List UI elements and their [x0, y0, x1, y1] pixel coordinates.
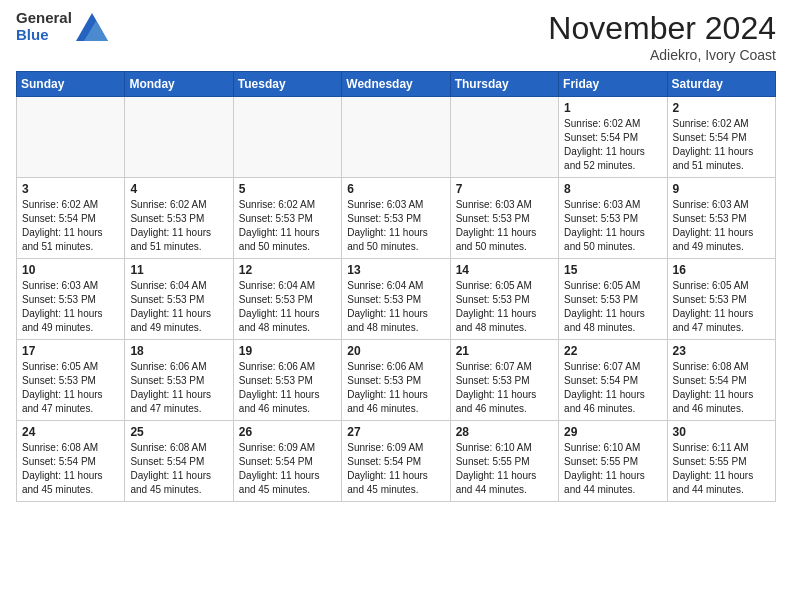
month-title: November 2024	[548, 10, 776, 47]
day-number: 17	[22, 344, 119, 358]
calendar-cell	[342, 97, 450, 178]
calendar-cell: 12Sunrise: 6:04 AM Sunset: 5:53 PM Dayli…	[233, 259, 341, 340]
day-info: Sunrise: 6:02 AM Sunset: 5:53 PM Dayligh…	[239, 198, 336, 254]
calendar-cell: 15Sunrise: 6:05 AM Sunset: 5:53 PM Dayli…	[559, 259, 667, 340]
day-info: Sunrise: 6:07 AM Sunset: 5:53 PM Dayligh…	[456, 360, 553, 416]
day-info: Sunrise: 6:03 AM Sunset: 5:53 PM Dayligh…	[347, 198, 444, 254]
day-number: 28	[456, 425, 553, 439]
day-number: 19	[239, 344, 336, 358]
calendar-cell: 30Sunrise: 6:11 AM Sunset: 5:55 PM Dayli…	[667, 421, 775, 502]
day-number: 18	[130, 344, 227, 358]
calendar-cell: 20Sunrise: 6:06 AM Sunset: 5:53 PM Dayli…	[342, 340, 450, 421]
calendar-cell: 16Sunrise: 6:05 AM Sunset: 5:53 PM Dayli…	[667, 259, 775, 340]
day-number: 4	[130, 182, 227, 196]
day-info: Sunrise: 6:03 AM Sunset: 5:53 PM Dayligh…	[456, 198, 553, 254]
day-info: Sunrise: 6:04 AM Sunset: 5:53 PM Dayligh…	[347, 279, 444, 335]
day-info: Sunrise: 6:02 AM Sunset: 5:54 PM Dayligh…	[22, 198, 119, 254]
day-number: 14	[456, 263, 553, 277]
calendar-cell: 21Sunrise: 6:07 AM Sunset: 5:53 PM Dayli…	[450, 340, 558, 421]
day-info: Sunrise: 6:10 AM Sunset: 5:55 PM Dayligh…	[564, 441, 661, 497]
calendar-header-row: SundayMondayTuesdayWednesdayThursdayFrid…	[17, 72, 776, 97]
day-number: 3	[22, 182, 119, 196]
calendar-cell: 9Sunrise: 6:03 AM Sunset: 5:53 PM Daylig…	[667, 178, 775, 259]
day-info: Sunrise: 6:02 AM Sunset: 5:53 PM Dayligh…	[130, 198, 227, 254]
day-info: Sunrise: 6:09 AM Sunset: 5:54 PM Dayligh…	[239, 441, 336, 497]
calendar-week-row: 10Sunrise: 6:03 AM Sunset: 5:53 PM Dayli…	[17, 259, 776, 340]
day-info: Sunrise: 6:08 AM Sunset: 5:54 PM Dayligh…	[673, 360, 770, 416]
calendar-cell: 11Sunrise: 6:04 AM Sunset: 5:53 PM Dayli…	[125, 259, 233, 340]
calendar-cell: 10Sunrise: 6:03 AM Sunset: 5:53 PM Dayli…	[17, 259, 125, 340]
calendar-cell: 25Sunrise: 6:08 AM Sunset: 5:54 PM Dayli…	[125, 421, 233, 502]
day-info: Sunrise: 6:04 AM Sunset: 5:53 PM Dayligh…	[239, 279, 336, 335]
day-info: Sunrise: 6:02 AM Sunset: 5:54 PM Dayligh…	[673, 117, 770, 173]
day-info: Sunrise: 6:06 AM Sunset: 5:53 PM Dayligh…	[130, 360, 227, 416]
day-number: 8	[564, 182, 661, 196]
day-number: 15	[564, 263, 661, 277]
logo-blue: Blue	[16, 27, 72, 44]
day-number: 20	[347, 344, 444, 358]
day-info: Sunrise: 6:04 AM Sunset: 5:53 PM Dayligh…	[130, 279, 227, 335]
calendar-cell: 17Sunrise: 6:05 AM Sunset: 5:53 PM Dayli…	[17, 340, 125, 421]
header: General Blue November 2024 Adiekro, Ivor…	[16, 10, 776, 63]
logo-icon	[76, 13, 108, 41]
day-info: Sunrise: 6:10 AM Sunset: 5:55 PM Dayligh…	[456, 441, 553, 497]
day-info: Sunrise: 6:06 AM Sunset: 5:53 PM Dayligh…	[239, 360, 336, 416]
day-info: Sunrise: 6:05 AM Sunset: 5:53 PM Dayligh…	[22, 360, 119, 416]
calendar-cell	[125, 97, 233, 178]
calendar-week-row: 17Sunrise: 6:05 AM Sunset: 5:53 PM Dayli…	[17, 340, 776, 421]
calendar-cell: 18Sunrise: 6:06 AM Sunset: 5:53 PM Dayli…	[125, 340, 233, 421]
day-number: 21	[456, 344, 553, 358]
calendar-header-thursday: Thursday	[450, 72, 558, 97]
day-number: 10	[22, 263, 119, 277]
day-info: Sunrise: 6:09 AM Sunset: 5:54 PM Dayligh…	[347, 441, 444, 497]
calendar-header-monday: Monday	[125, 72, 233, 97]
day-info: Sunrise: 6:07 AM Sunset: 5:54 PM Dayligh…	[564, 360, 661, 416]
day-info: Sunrise: 6:08 AM Sunset: 5:54 PM Dayligh…	[22, 441, 119, 497]
calendar-cell: 8Sunrise: 6:03 AM Sunset: 5:53 PM Daylig…	[559, 178, 667, 259]
calendar-cell: 14Sunrise: 6:05 AM Sunset: 5:53 PM Dayli…	[450, 259, 558, 340]
day-info: Sunrise: 6:03 AM Sunset: 5:53 PM Dayligh…	[564, 198, 661, 254]
calendar-cell: 24Sunrise: 6:08 AM Sunset: 5:54 PM Dayli…	[17, 421, 125, 502]
calendar-cell: 2Sunrise: 6:02 AM Sunset: 5:54 PM Daylig…	[667, 97, 775, 178]
calendar-header-friday: Friday	[559, 72, 667, 97]
day-number: 9	[673, 182, 770, 196]
day-number: 26	[239, 425, 336, 439]
day-info: Sunrise: 6:03 AM Sunset: 5:53 PM Dayligh…	[673, 198, 770, 254]
calendar-cell: 29Sunrise: 6:10 AM Sunset: 5:55 PM Dayli…	[559, 421, 667, 502]
day-info: Sunrise: 6:05 AM Sunset: 5:53 PM Dayligh…	[564, 279, 661, 335]
calendar-cell: 5Sunrise: 6:02 AM Sunset: 5:53 PM Daylig…	[233, 178, 341, 259]
calendar-cell: 13Sunrise: 6:04 AM Sunset: 5:53 PM Dayli…	[342, 259, 450, 340]
day-number: 16	[673, 263, 770, 277]
page: General Blue November 2024 Adiekro, Ivor…	[0, 0, 792, 518]
calendar-week-row: 24Sunrise: 6:08 AM Sunset: 5:54 PM Dayli…	[17, 421, 776, 502]
location-title: Adiekro, Ivory Coast	[548, 47, 776, 63]
day-info: Sunrise: 6:11 AM Sunset: 5:55 PM Dayligh…	[673, 441, 770, 497]
day-info: Sunrise: 6:05 AM Sunset: 5:53 PM Dayligh…	[456, 279, 553, 335]
calendar-cell	[233, 97, 341, 178]
logo: General Blue	[16, 10, 108, 43]
calendar-cell: 28Sunrise: 6:10 AM Sunset: 5:55 PM Dayli…	[450, 421, 558, 502]
calendar: SundayMondayTuesdayWednesdayThursdayFrid…	[16, 71, 776, 502]
calendar-cell: 26Sunrise: 6:09 AM Sunset: 5:54 PM Dayli…	[233, 421, 341, 502]
calendar-header-saturday: Saturday	[667, 72, 775, 97]
day-number: 5	[239, 182, 336, 196]
calendar-cell	[450, 97, 558, 178]
day-number: 11	[130, 263, 227, 277]
calendar-cell: 1Sunrise: 6:02 AM Sunset: 5:54 PM Daylig…	[559, 97, 667, 178]
day-number: 1	[564, 101, 661, 115]
day-number: 23	[673, 344, 770, 358]
calendar-week-row: 3Sunrise: 6:02 AM Sunset: 5:54 PM Daylig…	[17, 178, 776, 259]
calendar-header-sunday: Sunday	[17, 72, 125, 97]
day-number: 12	[239, 263, 336, 277]
day-info: Sunrise: 6:03 AM Sunset: 5:53 PM Dayligh…	[22, 279, 119, 335]
calendar-header-wednesday: Wednesday	[342, 72, 450, 97]
calendar-cell: 6Sunrise: 6:03 AM Sunset: 5:53 PM Daylig…	[342, 178, 450, 259]
calendar-cell: 3Sunrise: 6:02 AM Sunset: 5:54 PM Daylig…	[17, 178, 125, 259]
calendar-header-tuesday: Tuesday	[233, 72, 341, 97]
day-info: Sunrise: 6:05 AM Sunset: 5:53 PM Dayligh…	[673, 279, 770, 335]
day-number: 27	[347, 425, 444, 439]
day-number: 6	[347, 182, 444, 196]
day-number: 25	[130, 425, 227, 439]
day-number: 13	[347, 263, 444, 277]
calendar-cell: 7Sunrise: 6:03 AM Sunset: 5:53 PM Daylig…	[450, 178, 558, 259]
